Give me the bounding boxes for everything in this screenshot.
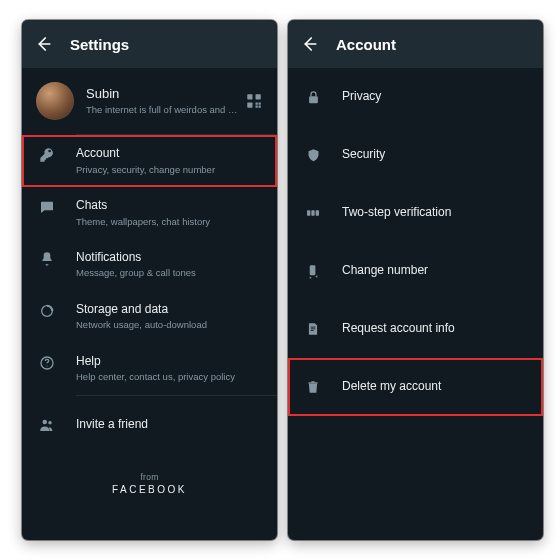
svg-point-12 (48, 421, 51, 424)
avatar (36, 82, 74, 120)
account-item-request-info[interactable]: Request account info (288, 300, 543, 358)
item-title: Two-step verification (342, 205, 529, 221)
svg-rect-23 (311, 381, 315, 382)
footer-brand: FACEBOOK (22, 484, 277, 495)
svg-rect-5 (259, 103, 261, 105)
settings-item-storage[interactable]: Storage and data Network usage, auto-dow… (22, 291, 277, 343)
item-title: Help (76, 354, 263, 370)
settings-item-account[interactable]: Account Privacy, security, change number (22, 135, 277, 187)
key-icon (36, 147, 58, 163)
item-title: Notifications (76, 250, 263, 266)
account-appbar: Account (288, 20, 543, 68)
item-sub: Help center, contact us, privacy policy (76, 371, 263, 383)
people-icon (36, 416, 58, 434)
item-title: Account (76, 146, 263, 162)
item-title: Chats (76, 198, 263, 214)
item-title: Change number (342, 263, 529, 279)
account-item-security[interactable]: Security (288, 126, 543, 184)
item-sub: Privacy, security, change number (76, 164, 263, 176)
item-title: Security (342, 147, 529, 163)
svg-rect-18 (309, 265, 315, 275)
item-title: Invite a friend (76, 417, 263, 433)
shield-icon (302, 148, 324, 163)
item-sub: Network usage, auto-download (76, 319, 263, 331)
back-icon[interactable] (300, 35, 318, 53)
svg-rect-16 (311, 210, 314, 215)
profile-status: The internet is full of weirdos and nerd… (86, 104, 239, 116)
item-title: Request account info (342, 321, 529, 337)
account-item-change-number[interactable]: Change number (288, 242, 543, 300)
profile-row[interactable]: Subin The internet is full of weirdos an… (22, 68, 277, 134)
account-item-twostep[interactable]: Two-step verification (288, 184, 543, 242)
svg-rect-7 (259, 106, 261, 108)
qr-icon[interactable] (245, 92, 263, 110)
footer-from: from (22, 472, 277, 482)
item-sub: Message, group & call tones (76, 267, 263, 279)
settings-title: Settings (70, 36, 129, 53)
help-icon (36, 355, 58, 371)
svg-rect-19 (311, 327, 316, 328)
svg-rect-17 (316, 210, 319, 215)
svg-rect-3 (247, 103, 252, 108)
settings-item-chats[interactable]: Chats Theme, wallpapers, chat history (22, 187, 277, 239)
bell-icon (36, 251, 58, 267)
chat-icon (36, 199, 58, 215)
back-icon[interactable] (34, 35, 52, 53)
item-title: Privacy (342, 89, 529, 105)
svg-rect-14 (309, 96, 318, 103)
item-sub: Theme, wallpapers, chat history (76, 216, 263, 228)
phone-swap-icon (302, 264, 324, 279)
settings-item-help[interactable]: Help Help center, contact us, privacy po… (22, 343, 277, 395)
svg-point-11 (43, 419, 48, 424)
settings-item-notifications[interactable]: Notifications Message, group & call tone… (22, 239, 277, 291)
data-usage-icon (36, 303, 58, 319)
footer: from FACEBOOK (22, 472, 277, 495)
svg-rect-6 (256, 106, 258, 108)
document-icon (302, 322, 324, 336)
svg-point-10 (46, 365, 47, 366)
lock-icon (302, 90, 324, 105)
svg-rect-1 (247, 94, 252, 99)
settings-item-invite[interactable]: Invite a friend (22, 396, 277, 454)
account-title: Account (336, 36, 396, 53)
svg-rect-15 (307, 210, 310, 215)
item-title: Delete my account (342, 379, 529, 395)
account-screen: Account Privacy Security Two-step verifi… (288, 20, 543, 540)
profile-name: Subin (86, 86, 239, 102)
trash-icon (302, 380, 324, 394)
settings-appbar: Settings (22, 20, 277, 68)
svg-rect-21 (311, 330, 314, 331)
svg-rect-20 (311, 328, 316, 329)
pin-icon (302, 205, 324, 221)
settings-screen: Settings Subin The internet is full of w… (22, 20, 277, 540)
item-title: Storage and data (76, 302, 263, 318)
svg-rect-4 (256, 103, 258, 105)
svg-rect-2 (256, 94, 261, 99)
account-item-delete[interactable]: Delete my account (288, 358, 543, 416)
account-item-privacy[interactable]: Privacy (288, 68, 543, 126)
